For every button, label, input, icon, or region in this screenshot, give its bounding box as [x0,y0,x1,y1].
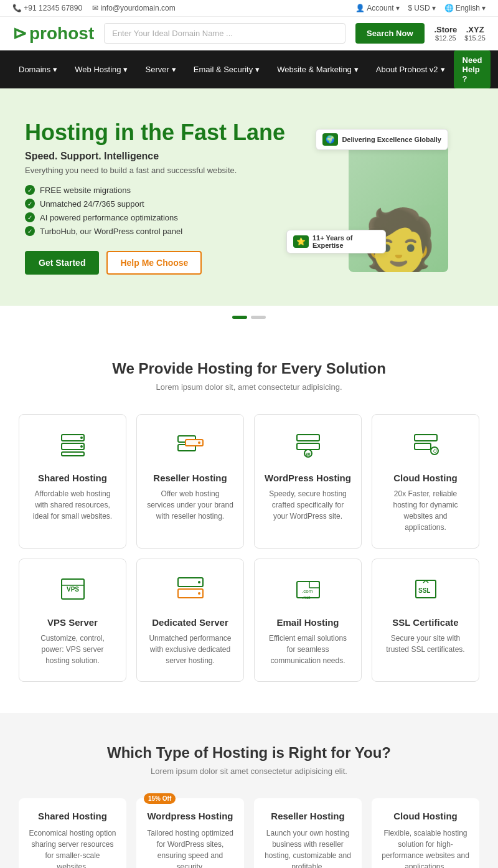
logo[interactable]: ⊳ prohost [12,23,94,44]
svg-text:.com: .com [302,588,313,594]
service-vps[interactable]: VPS VPS Server Customize, control, power… [19,559,126,682]
nav-domains[interactable]: Domains ▾ [10,56,66,83]
help-me-choose-button[interactable]: Help Me Choose [106,251,202,275]
hosting-shared-title: Shared Hosting [29,811,116,821]
service-shared-hosting[interactable]: Shared Hosting Affordable web hosting wi… [19,414,126,549]
services-grid: Shared Hosting Affordable web hosting wi… [19,414,479,682]
email-hosting-icon: .com .net [265,574,351,610]
main-nav: Domains ▾ Web Hosting ▾ Server ▾ Email &… [0,50,498,88]
logo-icon: ⊳ [12,23,27,44]
hero-title: Hosting in the Fast Lane [25,120,473,146]
top-bar-left: 📞 +91 12345 67890 ✉ info@yourdomain.com [12,4,176,12]
service-title: Cloud Hosting [382,473,469,483]
svg-point-23 [198,592,200,595]
hosting-cloud: Cloud Hosting Flexible, scalable hosting… [372,798,479,868]
service-title: VPS Server [29,617,116,628]
hosting-reseller: Reseller Hosting Launch your own hosting… [254,798,362,868]
ssl-icon: SSL [382,574,469,610]
hero-dots [0,306,498,329]
hosting-type-section: Which Type of Hosting is Right for You? … [0,713,498,868]
search-button[interactable]: Search Now [355,23,424,44]
cloud-hosting-icon: ⏱ [382,430,469,465]
account-link[interactable]: 👤 Account ▾ [355,4,399,12]
service-ssl[interactable]: SSL SSL Certificate Secure your site wit… [372,559,479,682]
service-title: SSL Certificate [382,617,469,628]
header: ⊳ prohost Enter Your Ideal Domain Name .… [0,17,498,50]
service-email[interactable]: .com .net Email Hosting Efficient email … [254,559,362,682]
svg-text:W: W [306,451,311,457]
language-selector[interactable]: 🌐 English ▾ [444,4,486,12]
svg-rect-27 [309,582,319,588]
nav-about[interactable]: About Prohost v2 ▾ [367,56,454,83]
svg-text:.net: .net [302,595,311,600]
hosting-reseller-desc: Launch your own hosting business with re… [264,828,352,868]
tld-item-xyz: .XYZ $15.25 [464,25,486,42]
currency-selector[interactable]: $ USD ▾ [408,4,436,12]
hosting-type-title: Which Type of Hosting is Right for You? [19,744,479,762]
nav-help-button[interactable]: Need Help ? [454,50,491,88]
svg-point-2 [80,436,83,439]
hero-subtitle: Speed. Support. Intelligence [25,151,473,162]
service-desc: Secure your site with trusted SSL certif… [382,633,469,655]
top-bar-right[interactable]: 👤 Account ▾ $ USD ▾ 🌐 English ▾ [355,4,486,12]
tld-item-store: .Store $12.25 [435,25,458,42]
service-desc: Customize, control, power: VPS server ho… [29,633,116,666]
top-bar: 📞 +91 12345 67890 ✉ info@yourdomain.com … [0,0,498,17]
hero-description: Everything you need to build a fast and … [25,166,473,175]
nav-web-hosting[interactable]: Web Hosting ▾ [66,56,136,83]
service-reseller-hosting[interactable]: Reseller Hosting Offer web hosting servi… [136,414,244,549]
nav-website-marketing[interactable]: Website & Marketing ▾ [268,56,367,83]
nav-server[interactable]: Server ▾ [136,56,184,83]
hosting-type-subtitle: Lorem ipsum dolor sit amet consectetur a… [19,767,479,776]
get-started-button[interactable]: Get Started [25,251,99,275]
svg-rect-10 [297,443,319,450]
hosting-shared: Shared Hosting Economical hosting option… [19,798,126,868]
discount-badge: 15% Off [144,793,176,804]
wordpress-hosting-icon: W [265,430,351,465]
service-title: Shared Hosting [29,473,116,483]
dot-2[interactable] [251,316,266,319]
service-desc: Offer web hosting services under your br… [147,488,233,522]
reseller-hosting-icon [147,430,233,465]
feature-1: FREE website migrations [25,185,473,195]
service-title: Email Hosting [265,617,351,628]
logo-text: prohost [29,24,94,44]
services-title: We Provide Hosting for Every Solution [19,360,479,377]
service-title: Dedicated Server [147,617,233,628]
hero-buttons: Get Started Help Me Choose [25,251,473,275]
svg-rect-14 [415,443,431,450]
service-wordpress-hosting[interactable]: W WordPress Hosting Speedy, secure hosti… [254,414,362,549]
service-desc: Affordable web hosting with shared resou… [29,488,116,522]
service-desc: Unmatched performance with exclusive ded… [147,633,233,666]
service-desc: 20x Faster, reliable hosting for dynamic… [382,488,469,533]
service-title: Reseller Hosting [147,473,233,483]
hosting-wordpress: 15% Off Wordpress Hosting Tailored hosti… [136,798,244,868]
nav-email-security[interactable]: Email & Security ▾ [185,56,268,83]
service-dedicated[interactable]: Dedicated Server Unmatched performance w… [136,559,244,682]
hosting-shared-desc: Economical hosting option sharing server… [29,828,116,868]
hero-content: Hosting in the Fast Lane Speed. Support.… [25,120,473,275]
service-cloud-hosting[interactable]: ⏱ Cloud Hosting 20x Faster, reliable hos… [372,414,479,549]
email-info: ✉ info@yourdomain.com [92,4,176,12]
hosting-cloud-desc: Flexible, scalable hosting solution for … [382,828,469,868]
hosting-wp-desc: Tailored hosting optimized for WordPress… [146,828,234,868]
service-desc: Speedy, secure hosting crafted specifica… [265,488,351,522]
dot-1[interactable] [232,316,247,319]
tld-prices: .Store $12.25 .XYZ $15.25 [435,25,486,42]
service-desc: Efficient email solutions for seamless c… [265,633,351,666]
feature-2: Unmatched 24/7/365 support [25,199,473,209]
phone-info: 📞 +91 12345 67890 [12,4,82,12]
service-title: WordPress Hosting [265,473,351,483]
svg-text:SSL: SSL [418,587,430,594]
svg-rect-9 [297,435,319,441]
feature-4: TurboHub, our WordPress control panel [25,226,473,236]
hosting-cloud-title: Cloud Hosting [382,811,469,821]
hosting-reseller-title: Reseller Hosting [264,811,352,821]
hosting-grid: Shared Hosting Economical hosting option… [19,798,479,868]
svg-text:⏱: ⏱ [433,448,438,454]
feature-3: AI powered performance optimizations [25,212,473,222]
shared-hosting-icon [29,430,116,465]
search-placeholder: Enter Your Ideal Domain Name ... [112,29,233,38]
search-bar[interactable]: Enter Your Ideal Domain Name ... [104,23,345,44]
vps-icon: VPS [29,574,116,610]
